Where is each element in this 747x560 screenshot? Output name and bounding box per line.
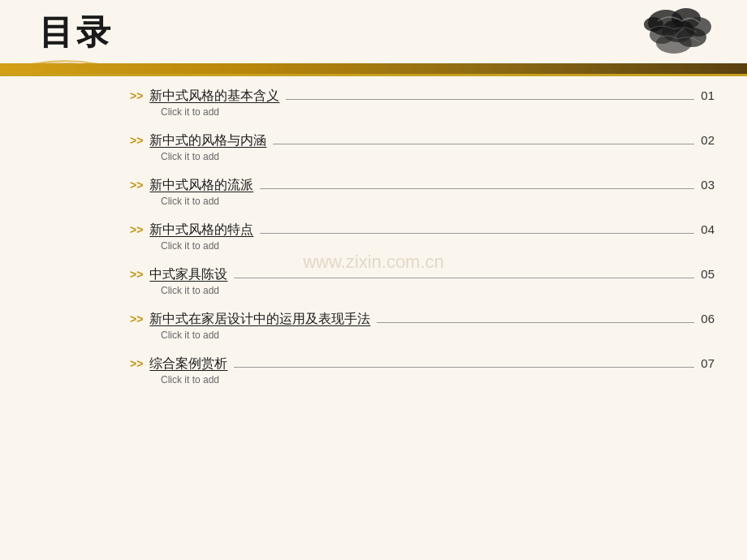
- toc-dots-3: [260, 188, 694, 189]
- toc-item-1[interactable]: >> 新中式风格的基本含义 01 Click it to add: [130, 88, 715, 118]
- toc-sub-7[interactable]: Click it to add: [161, 374, 715, 386]
- toc-number-7: 07: [701, 356, 715, 370]
- toc-row-7[interactable]: >> 综合案例赏析 07: [130, 355, 715, 373]
- toc-sub-2[interactable]: Click it to add: [161, 151, 715, 162]
- toc-sub-4[interactable]: Click it to add: [161, 240, 715, 252]
- toc-item-6[interactable]: >> 新中式在家居设计中的运用及表现手法 06 Click it to add: [130, 311, 715, 341]
- toc-sub-3[interactable]: Click it to add: [161, 196, 715, 207]
- toc-dots-4: [260, 233, 694, 234]
- toc-number-5: 05: [701, 267, 715, 281]
- toc-title-5: 中式家具陈设: [149, 266, 227, 283]
- toc-arrow-4: >>: [130, 223, 143, 236]
- toc-item-4[interactable]: >> 新中式风格的特点 04 Click it to add: [130, 222, 715, 252]
- toc-arrow-6: >>: [130, 312, 143, 325]
- toc-sub-5[interactable]: Click it to add: [161, 285, 715, 296]
- toc-dots-1: [286, 99, 694, 100]
- toc-title-2: 新中式的风格与内涵: [149, 132, 266, 149]
- toc-number-1: 01: [701, 88, 715, 102]
- toc-dots-2: [273, 144, 694, 144]
- toc-arrow-2: >>: [130, 134, 143, 147]
- svg-point-6: [656, 32, 692, 54]
- stripe-bar: [0, 63, 747, 75]
- toc-number-3: 03: [701, 178, 715, 192]
- toc-arrow-7: >>: [130, 357, 143, 370]
- toc-number-6: 06: [701, 312, 715, 325]
- toc-title-7: 综合案例赏析: [149, 355, 227, 373]
- toc-item-5[interactable]: >> 中式家具陈设 05 Click it to add: [130, 266, 715, 296]
- toc-title-6: 新中式在家居设计中的运用及表现手法: [149, 311, 370, 328]
- toc-arrow-5: >>: [130, 268, 143, 281]
- toc-row-2[interactable]: >> 新中式的风格与内涵 02: [130, 132, 715, 149]
- page: 目录 www.zixin.com.cn >> 新中式风格的基本含义 01 Cli…: [0, 0, 747, 560]
- toc-row-3[interactable]: >> 新中式风格的流派 03: [130, 177, 715, 194]
- page-title: 目录: [39, 13, 114, 51]
- toc-row-5[interactable]: >> 中式家具陈设 05: [130, 266, 715, 283]
- toc-row-1[interactable]: >> 新中式风格的基本含义 01: [130, 88, 715, 105]
- toc-item-2[interactable]: >> 新中式的风格与内涵 02 Click it to add: [130, 132, 715, 162]
- toc-row-6[interactable]: >> 新中式在家居设计中的运用及表现手法 06: [130, 311, 715, 328]
- toc-arrow-1: >>: [130, 89, 143, 102]
- toc-title-1: 新中式风格的基本含义: [149, 88, 279, 105]
- toc-title-4: 新中式风格的特点: [149, 222, 253, 239]
- toc-content: >> 新中式风格的基本含义 01 Click it to add >> 新中式的…: [130, 88, 715, 544]
- toc-number-4: 04: [701, 222, 715, 236]
- toc-sub-1[interactable]: Click it to add: [161, 106, 715, 118]
- toc-number-2: 02: [701, 133, 715, 147]
- toc-dots-5: [234, 278, 694, 278]
- cloud-decoration: [641, 6, 715, 59]
- toc-item-3[interactable]: >> 新中式风格的流派 03 Click it to add: [130, 177, 715, 207]
- toc-dots-6: [377, 322, 694, 323]
- toc-title-3: 新中式风格的流派: [149, 177, 253, 194]
- toc-item-7[interactable]: >> 综合案例赏析 07 Click it to add: [130, 355, 715, 386]
- toc-sub-6[interactable]: Click it to add: [161, 330, 715, 341]
- toc-dots-7: [234, 367, 694, 368]
- toc-arrow-3: >>: [130, 179, 143, 192]
- toc-row-4[interactable]: >> 新中式风格的特点 04: [130, 222, 715, 239]
